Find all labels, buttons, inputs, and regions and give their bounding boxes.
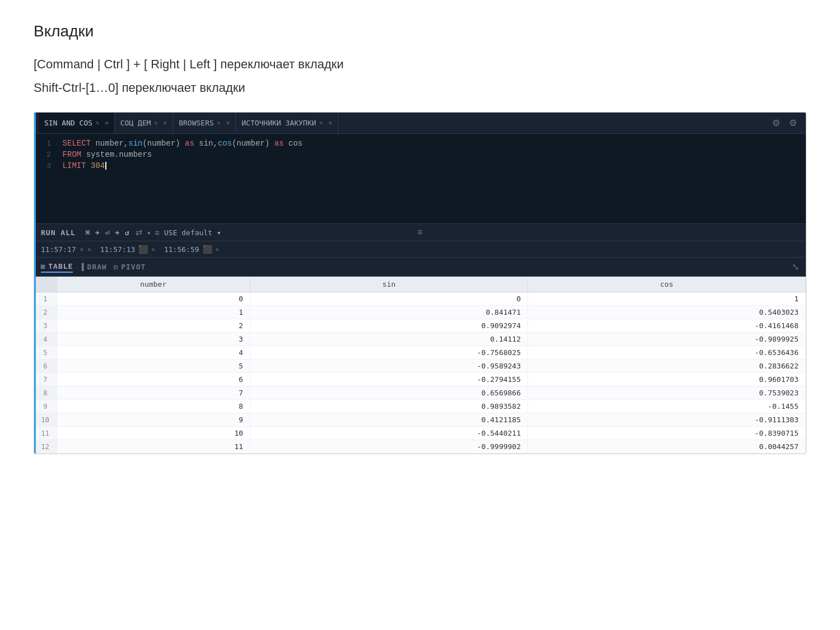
cell-number: 1 [57,306,250,319]
page-title: Вкладки [34,22,806,40]
code-line-2: 2 FROM system.numbers [34,150,806,161]
result-tab-1[interactable]: 11:57:17 ⚡ × [41,245,91,254]
cell-sin: 0.841471 [250,306,528,319]
row-num-cell: 2 [34,306,57,319]
cell-sin: -0.2794155 [250,373,528,386]
col-header-number: number [57,277,250,292]
table-row: 1090.4121185-0.9111303 [34,413,806,427]
page-wrapper: Вкладки [Command | Ctrl ] + [ Right | Le… [0,0,840,477]
run-all-button[interactable]: RUN ALL ⌘ + ⏎ + ↺ [41,228,130,237]
cell-number: 5 [57,360,250,373]
view-tab-draw[interactable]: ▐ DRAW [80,262,107,272]
cell-cos: 0.5403023 [528,306,806,319]
table-row: 65-0.95892430.2836622 [34,360,806,373]
view-tab-table[interactable]: ⊞ TABLE [41,261,73,273]
result-tab-1-icon: ⚡ [80,245,84,254]
tab-sin-and-cos-label: SIN AND COS [44,119,92,127]
settings-icon[interactable]: ⚙ [785,118,801,128]
toolbar-inner: RUN ALL ⌘ + ⏎ + ↺ ⇄ ▪ ≡ USE default ▾ ≡ [41,227,799,237]
row-num-cell: 6 [34,360,57,373]
row-num-cell: 4 [34,333,57,346]
view-tab-draw-label: DRAW [87,263,107,271]
data-table: number sin cos 1001210.8414710.540302332… [34,277,806,454]
cell-sin: 0.14112 [250,333,528,346]
tab-browsers[interactable]: BROWSERS ✎ × [173,113,236,133]
use-default-label[interactable]: USE default ▾ [164,228,221,237]
cell-number: 10 [57,427,250,440]
code-content-3: LIMIT 304 [63,161,107,170]
cell-number: 7 [57,386,250,400]
tab-soc-dem-label: СОЦ ДЕМ [120,119,151,127]
line-dot-3 [55,163,59,170]
cell-sin: -0.5440211 [250,427,528,440]
instructions-block: [Command | Ctrl ] + [ Right | Left ] пер… [34,57,806,95]
cell-sin: -0.9589243 [250,360,528,373]
editor-area[interactable]: 1 · SELECT number,sin(number) as sin,cos… [34,134,806,223]
table-row: 980.9893582-0.1455 [34,400,806,413]
tab-istochniki-edit-icon[interactable]: ✎ [320,120,323,126]
cell-sin: 0.9893582 [250,400,528,413]
toolbar-icon-refresh[interactable]: ⇄ [136,227,143,237]
draw-icon: ▐ [80,263,84,271]
tab-istochniki-label: ИСТОЧНИКИ ЗАКУПКИ [241,119,316,127]
result-tab-2-close[interactable]: × [151,246,155,253]
table-icon: ⊞ [41,263,45,270]
pivot-icon: ⊡ [114,263,118,271]
cell-cos: 0.2836622 [528,360,806,373]
result-tab-1-close[interactable]: × [87,246,91,253]
toolbar-icon-menu[interactable]: ≡ [155,228,160,237]
expand-icon[interactable]: ⤡ [792,262,799,272]
table-row: 870.65698660.7539023 [34,386,806,400]
row-num-cell: 1 [34,292,57,306]
table-row: 54-0.7568025-0.6536436 [34,346,806,360]
cell-number: 0 [57,292,250,306]
result-tab-3[interactable]: 11:56:59 ⬛ × [164,245,219,254]
result-tabs: 11:57:17 ⚡ × 11:57:13 ⬛ × 11:56:59 ⬛ × [34,241,806,258]
tab-soc-dem[interactable]: СОЦ ДЕМ ✎ × [115,113,173,133]
left-border-indicator [34,113,36,454]
view-tab-pivot[interactable]: ⊡ PIVOT [114,262,146,272]
row-num-cell: 7 [34,373,57,386]
cell-cos: 0.7539023 [528,386,806,400]
row-num-cell: 11 [34,427,57,440]
code-content-1: SELECT number,sin(number) as sin,cos(num… [63,139,303,148]
tab-istochniki-close[interactable]: × [329,119,333,127]
row-num-cell: 9 [34,400,57,413]
tab-soc-dem-close[interactable]: × [164,119,167,127]
cell-cos: 1 [528,292,806,306]
col-header-rownum [34,277,57,292]
cell-sin: -0.9999902 [250,440,528,454]
result-tab-3-icon: ⬛ [203,245,212,254]
tab-istochniki[interactable]: ИСТОЧНИКИ ЗАКУПКИ ✎ × [236,113,338,133]
toolbar-icon-save[interactable]: ▪ [147,228,150,237]
result-tab-2[interactable]: 11:57:13 ⬛ × [100,245,155,254]
tab-browsers-label: BROWSERS [179,119,214,127]
tab-sin-and-cos-close[interactable]: × [105,119,109,127]
row-num-cell: 5 [34,346,57,360]
view-tabs-left: ⊞ TABLE ▐ DRAW ⊡ PIVOT [41,261,146,273]
cell-cos: 0.9601703 [528,373,806,386]
code-line-1: 1 · SELECT number,sin(number) as sin,cos… [34,138,806,150]
cell-cos: -0.4161468 [528,319,806,333]
table-row: 76-0.27941550.9601703 [34,373,806,386]
view-tab-table-label: TABLE [48,262,73,270]
result-tab-3-close[interactable]: × [216,246,220,253]
cell-number: 11 [57,440,250,454]
tab-browsers-edit-icon[interactable]: ✎ [217,120,221,126]
cell-cos: -0.6536436 [528,346,806,360]
tab-bar: SIN AND COS ✎ × СОЦ ДЕМ ✎ × BROWSERS ✎ ×… [34,113,806,134]
code-content-2: FROM system.numbers [63,150,152,159]
tab-soc-dem-edit-icon[interactable]: ✎ [155,120,158,126]
line-num-1: 1 [41,139,51,148]
view-tab-pivot-label: PIVOT [121,263,146,271]
row-num-cell: 10 [34,413,57,427]
cell-sin: 0.9092974 [250,319,528,333]
tab-sin-and-cos[interactable]: SIN AND COS ✎ × [39,113,115,133]
ui-panel: SIN AND COS ✎ × СОЦ ДЕМ ✎ × BROWSERS ✎ ×… [34,112,806,454]
line-num-2: 2 [41,151,51,159]
tab-browsers-close[interactable]: × [226,119,230,127]
gear-icon[interactable]: ⚙ [768,118,785,128]
data-table-wrapper[interactable]: number sin cos 1001210.8414710.540302332… [34,277,806,454]
col-header-sin: sin [250,277,528,292]
tab-sin-and-cos-edit-icon[interactable]: ✎ [96,120,99,126]
